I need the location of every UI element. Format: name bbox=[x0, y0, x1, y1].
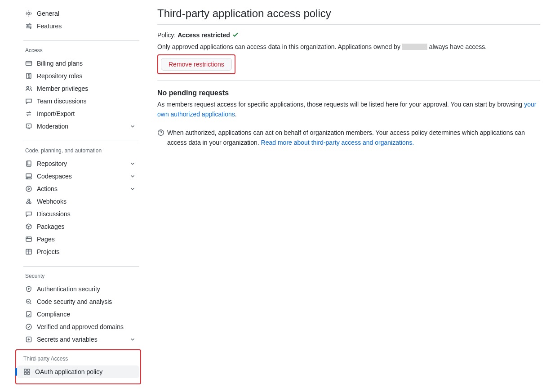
no-pending-text: As members request access for specific a… bbox=[157, 101, 524, 108]
policy-description: Only approved applications can access da… bbox=[157, 42, 540, 52]
sidebar-item-label: Moderation bbox=[37, 123, 129, 130]
sidebar-item-label: Discussions bbox=[37, 210, 136, 218]
sidebar-item-label: OAuth application policy bbox=[35, 368, 133, 375]
sidebar-item-pages[interactable]: Pages bbox=[19, 233, 142, 245]
sidebar-group-title: Access bbox=[18, 44, 143, 57]
sidebar-item-label: Secrets and variables bbox=[37, 336, 129, 343]
check-icon bbox=[232, 31, 239, 38]
sidebar-divider bbox=[23, 266, 139, 267]
no-pending-body: As members request access for specific a… bbox=[157, 100, 540, 119]
main-content: Third-party application access policy Po… bbox=[143, 0, 547, 392]
sidebar: General Features Access Billing and plan… bbox=[0, 0, 143, 392]
browser-icon bbox=[25, 236, 32, 243]
sidebar-item-billing[interactable]: Billing and plans bbox=[19, 57, 142, 70]
no-pending-title: No pending requests bbox=[157, 89, 540, 97]
sidebar-item-packages[interactable]: Packages bbox=[19, 220, 142, 233]
sidebar-divider bbox=[23, 141, 139, 141]
policy-value: Access restricted bbox=[178, 31, 230, 39]
sidebar-item-label: Repository roles bbox=[37, 72, 136, 80]
sidebar-group-access: Access Billing and plans Repository role… bbox=[18, 44, 143, 136]
sidebar-item-general[interactable]: General bbox=[19, 7, 142, 20]
sidebar-item-label: Code security and analysis bbox=[37, 298, 136, 305]
key-icon bbox=[25, 336, 32, 343]
id-badge-icon bbox=[25, 72, 32, 80]
sidebar-item-label: Verified and approved domains bbox=[37, 323, 136, 330]
chevron-down-icon bbox=[129, 186, 136, 192]
policy-status-row: Policy: Access restricted bbox=[157, 31, 540, 39]
report-icon bbox=[25, 123, 32, 130]
sidebar-item-label: Features bbox=[37, 22, 136, 30]
comment-icon bbox=[25, 98, 32, 105]
sidebar-item-import-export[interactable]: Import/Export bbox=[19, 107, 142, 120]
sidebar-item-label: Webhooks bbox=[37, 198, 136, 205]
sidebar-item-codespaces[interactable]: Codespaces bbox=[19, 170, 142, 183]
sidebar-item-team-discussions[interactable]: Team discussions bbox=[19, 95, 142, 107]
read-more-link[interactable]: Read more about third-party access and o… bbox=[261, 139, 414, 146]
sidebar-group-security: Security Authentication security Code se… bbox=[18, 269, 143, 349]
sidebar-group-title: Code, planning, and automation bbox=[18, 144, 143, 157]
remove-restrictions-button[interactable]: Remove restrictions bbox=[161, 58, 232, 71]
sidebar-item-verified-domains[interactable]: Verified and approved domains bbox=[19, 321, 142, 333]
sidebar-item-webhooks[interactable]: Webhooks bbox=[19, 195, 142, 208]
sidebar-item-label: Repository bbox=[37, 160, 129, 167]
gear-icon bbox=[25, 10, 32, 17]
sidebar-item-oauth-policy[interactable]: OAuth application policy bbox=[17, 365, 139, 378]
webhook-icon bbox=[25, 198, 32, 205]
redacted-org-name bbox=[402, 44, 427, 50]
sliders-icon bbox=[25, 22, 32, 30]
sidebar-item-label: Compliance bbox=[37, 311, 136, 318]
sidebar-item-discussions[interactable]: Discussions bbox=[19, 208, 142, 220]
sidebar-item-label: Member privileges bbox=[37, 85, 136, 92]
verified-icon bbox=[25, 323, 32, 330]
people-icon bbox=[25, 85, 32, 92]
package-icon bbox=[25, 223, 32, 230]
arrows-icon bbox=[25, 110, 32, 117]
desc-text-before: Only approved applications can access da… bbox=[157, 43, 402, 50]
chevron-down-icon bbox=[129, 173, 136, 179]
chevron-down-icon bbox=[129, 336, 136, 343]
sidebar-item-repository-roles[interactable]: Repository roles bbox=[19, 70, 142, 82]
sidebar-item-code-security[interactable]: Code security and analysis bbox=[19, 295, 142, 308]
question-icon bbox=[157, 129, 164, 136]
sidebar-item-label: Billing and plans bbox=[37, 60, 136, 67]
chevron-down-icon bbox=[129, 160, 136, 167]
repo-icon bbox=[25, 160, 32, 167]
section-divider bbox=[157, 80, 540, 81]
codescan-icon bbox=[25, 298, 32, 305]
sidebar-item-label: Packages bbox=[37, 223, 136, 230]
comment-icon bbox=[25, 210, 32, 218]
sidebar-group-code: Code, planning, and automation Repositor… bbox=[18, 144, 143, 262]
sidebar-item-actions[interactable]: Actions bbox=[19, 183, 142, 195]
sidebar-item-member-privileges[interactable]: Member privileges bbox=[19, 82, 142, 95]
sidebar-item-features[interactable]: Features bbox=[19, 20, 142, 32]
table-icon bbox=[25, 248, 32, 255]
page-title: Third-party application access policy bbox=[157, 7, 540, 25]
info-line: When authorized, applications can act on… bbox=[157, 128, 540, 147]
sidebar-group-title: Third-party Access bbox=[16, 352, 140, 365]
sidebar-item-moderation[interactable]: Moderation bbox=[19, 120, 142, 133]
sidebar-item-label: Codespaces bbox=[37, 173, 129, 180]
credit-card-icon bbox=[25, 60, 32, 67]
sidebar-item-compliance[interactable]: Compliance bbox=[19, 308, 142, 321]
sidebar-group-third-party: Third-party Access OAuth application pol… bbox=[16, 352, 140, 382]
desc-text-after: always have access. bbox=[427, 43, 487, 50]
sidebar-item-repository[interactable]: Repository bbox=[19, 157, 142, 170]
sidebar-group-title: Security bbox=[18, 269, 143, 283]
sidebar-item-label: Team discussions bbox=[37, 98, 136, 105]
chevron-down-icon bbox=[129, 123, 136, 129]
policy-label: Policy: bbox=[157, 31, 178, 39]
highlight-remove-restrictions: Remove restrictions bbox=[157, 54, 235, 74]
play-icon bbox=[25, 185, 32, 192]
sidebar-item-label: Pages bbox=[37, 236, 136, 243]
sidebar-item-authentication-security[interactable]: Authentication security bbox=[19, 283, 142, 295]
sidebar-item-label: Projects bbox=[37, 248, 136, 255]
highlight-third-party: Third-party Access OAuth application pol… bbox=[15, 349, 141, 384]
sidebar-item-secrets-variables[interactable]: Secrets and variables bbox=[19, 333, 142, 346]
sidebar-item-label: Actions bbox=[37, 185, 129, 192]
sidebar-item-label: Authentication security bbox=[37, 285, 136, 293]
sidebar-item-label: Import/Export bbox=[37, 110, 136, 117]
compliance-icon bbox=[25, 311, 32, 318]
codespaces-icon bbox=[25, 173, 32, 180]
shield-icon bbox=[25, 285, 32, 293]
sidebar-item-projects[interactable]: Projects bbox=[19, 245, 142, 258]
